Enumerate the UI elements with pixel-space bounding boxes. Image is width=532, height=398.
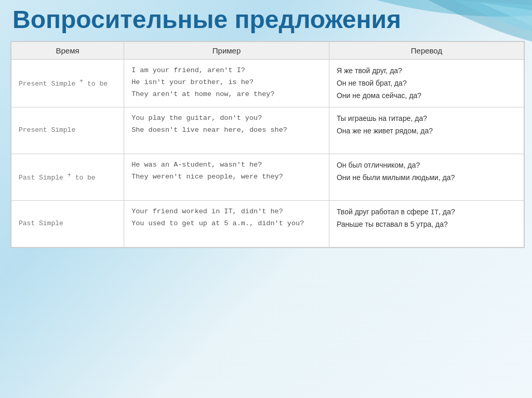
header-example: Пример [124,42,329,60]
example-line: They aren't at home now, are they? [131,89,322,101]
table-row: Present Simple + to beI am your friend, … [11,60,524,107]
translation-line: Они не дома сейчас, да? [337,90,516,102]
translation-cell: Ты играешь на гитаре, да?Она же не живет… [329,107,524,154]
example-cell: Your friend worked in IT, didn't he?You … [124,201,329,248]
example-line: He isn't your brother, is he? [131,77,322,89]
example-line: He was an A-student, wasn't he? [131,159,322,171]
table-header-row: Время Пример Перевод [11,42,524,60]
example-line: They weren't nice people, were they? [131,171,322,183]
tense-cell: Past Simple [11,201,124,248]
translation-line: Я же твой друг, да? [337,65,516,77]
table-row: Past Simple + to beHe was an A-student, … [11,154,524,201]
translation-line: Она же не живет рядом, да? [337,125,516,138]
translation-line: Твой друг работал в сфере IT, да? [337,206,516,218]
example-cell: He was an A-student, wasn't he?They were… [124,154,329,201]
example-line: Your friend worked in IT, didn't he? [131,206,322,218]
translation-cell: Я же твой друг, да?Он не твой брат, да?О… [329,60,524,107]
example-cell: You play the guitar, don't you?She doesn… [124,107,329,154]
example-line: She doesn't live near here, does she? [131,125,322,136]
example-cell: I am your friend, aren't I?He isn't your… [124,60,329,107]
translation-line: Ты играешь на гитаре, да? [337,113,516,125]
plus-sign: + [79,78,83,85]
page-title: Вопросительные предложения [10,5,522,34]
example-line: You play the guitar, don't you? [131,113,322,125]
translation-line: Они не были милыми людьми, да? [337,172,516,184]
tense-cell: Present Simple [11,107,124,154]
example-line: I am your friend, aren't I? [131,65,322,77]
tense-cell: Present Simple + to be [11,60,124,107]
translation-cell: Твой друг работал в сфере IT, да?Раньше … [329,201,524,248]
plus-sign: + [68,172,71,179]
example-line: You used to get up at 5 a.m., didn't you… [131,218,322,230]
translation-line: Он не твой брат, да? [337,77,516,90]
main-content: Вопросительные предложения Время Пример … [0,0,532,253]
it-highlight: IT [431,209,439,216]
grammar-table-container: Время Пример Перевод Present Simple + to… [10,41,525,248]
table-row: Present SimpleYou play the guitar, don't… [11,107,524,154]
header-time: Время [11,42,124,60]
header-translation: Перевод [329,42,524,60]
translation-line: Он был отличником, да? [337,159,516,172]
tense-cell: Past Simple + to be [11,154,124,201]
table-row: Past SimpleYour friend worked in IT, did… [11,201,524,248]
translation-cell: Он был отличником, да?Они не были милыми… [329,154,524,201]
translation-line: Раньше ты вставал в 5 утра, да? [337,218,516,231]
grammar-table: Время Пример Перевод Present Simple + to… [11,42,524,248]
